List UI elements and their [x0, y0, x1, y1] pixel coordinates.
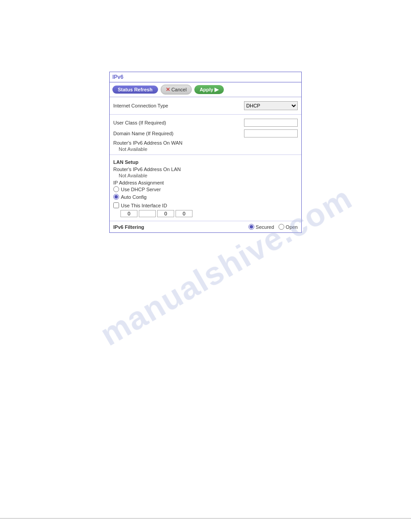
router-lan-label: Router's IPv6 Address On LAN	[113, 166, 298, 172]
interface-id-field-1[interactable]	[120, 210, 137, 217]
internet-connection-label: Internet Connection Type	[113, 103, 168, 108]
interface-id-field-2[interactable]	[139, 210, 156, 217]
internet-connection-row: Internet Connection Type DHCP Static PPP…	[113, 100, 298, 112]
internet-connection-select[interactable]: DHCP Static PPPoE 6to4 Tunnel ISATAP Tun…	[244, 101, 298, 110]
router-wan-value: Not Available	[113, 146, 298, 152]
use-interface-label: Use This Interface ID	[121, 203, 167, 208]
panel-title: IPv6	[110, 72, 301, 82]
secured-label: Secured	[256, 224, 274, 230]
use-interface-checkbox[interactable]	[113, 202, 119, 208]
use-dhcp-radio[interactable]	[113, 186, 119, 192]
router-wan-label: Router's IPv6 Address On WAN	[113, 139, 298, 146]
use-dhcp-label: Use DHCP Server	[121, 187, 161, 192]
auto-config-label: Auto Config	[121, 194, 146, 200]
filtering-options: Secured Open	[248, 224, 298, 230]
apply-arrow-icon: ▶	[214, 86, 218, 93]
interface-id-field-3[interactable]	[157, 210, 174, 217]
domain-name-input[interactable]	[244, 129, 298, 137]
open-radio[interactable]	[278, 224, 284, 230]
cancel-x-icon: ✕	[166, 86, 170, 93]
apply-button[interactable]: Apply ▶	[194, 85, 224, 94]
cancel-button[interactable]: ✕ Cancel	[161, 85, 192, 94]
user-class-row: User Class (If Required)	[113, 117, 298, 128]
filtering-label: IPv6 Filtering	[113, 224, 144, 230]
user-class-input[interactable]	[244, 119, 298, 127]
open-label: Open	[286, 224, 298, 230]
domain-name-row: Domain Name (If Required)	[113, 128, 298, 139]
user-class-section: User Class (If Required) Domain Name (If…	[110, 115, 301, 155]
auto-config-row: Auto Config	[113, 193, 298, 201]
user-class-label: User Class (If Required)	[113, 120, 166, 125]
domain-name-label: Domain Name (If Required)	[113, 131, 174, 136]
lan-setup-header: LAN Setup	[113, 157, 298, 166]
ipv6-panel: IPv6 Status Refresh ✕ Cancel Apply ▶ Int…	[109, 72, 302, 233]
internet-connection-section: Internet Connection Type DHCP Static PPP…	[110, 97, 301, 115]
filtering-row: IPv6 Filtering Secured Open	[110, 221, 301, 232]
use-interface-row: Use This Interface ID	[113, 201, 298, 209]
open-option: Open	[278, 224, 298, 230]
use-dhcp-row: Use DHCP Server	[113, 185, 298, 193]
router-lan-value: Not Available	[113, 172, 298, 178]
secured-option: Secured	[248, 224, 274, 230]
bottom-divider	[0, 518, 411, 519]
auto-config-radio[interactable]	[113, 194, 119, 200]
interface-id-fields	[113, 209, 298, 217]
ip-assignment-label: IP Address Assignment	[113, 178, 298, 185]
secured-radio[interactable]	[248, 224, 254, 230]
interface-id-field-4[interactable]	[176, 210, 193, 217]
toolbar: Status Refresh ✕ Cancel Apply ▶	[110, 82, 301, 97]
status-refresh-button[interactable]: Status Refresh	[112, 86, 158, 94]
lan-section: LAN Setup Router's IPv6 Address On LAN N…	[110, 155, 301, 221]
